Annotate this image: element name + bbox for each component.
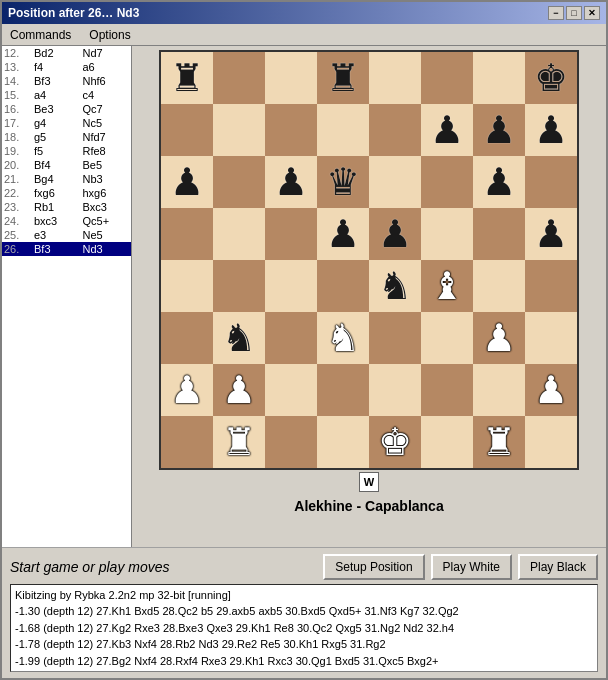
piece-wP: ♟ <box>222 371 256 409</box>
piece-bR: ♜ <box>326 59 360 97</box>
square-3-5[interactable] <box>421 208 473 260</box>
square-1-5[interactable]: ♟ <box>421 104 473 156</box>
play-white-button[interactable]: Play White <box>431 554 512 580</box>
square-3-4[interactable]: ♟ <box>369 208 421 260</box>
square-1-1[interactable] <box>213 104 265 156</box>
square-4-6[interactable] <box>473 260 525 312</box>
square-1-7[interactable]: ♟ <box>525 104 577 156</box>
square-0-7[interactable]: ♚ <box>525 52 577 104</box>
move-row[interactable]: 22.fxg6hxg6 <box>2 186 131 200</box>
square-5-6[interactable]: ♟ <box>473 312 525 364</box>
commands-menu[interactable]: Commands <box>6 27 75 43</box>
move-row[interactable]: 18.g5Nfd7 <box>2 130 131 144</box>
square-5-7[interactable] <box>525 312 577 364</box>
square-3-6[interactable] <box>473 208 525 260</box>
kibitz-line-4: -1.99 (depth 12) 27.Bg2 Nxf4 28.Rxf4 Rxe… <box>15 653 593 670</box>
square-7-3[interactable] <box>317 416 369 468</box>
move-row[interactable]: 23.Rb1Bxc3 <box>2 200 131 214</box>
main-window: Position after 26… Nd3 − □ ✕ Commands Op… <box>0 0 608 680</box>
piece-bP: ♟ <box>482 111 516 149</box>
square-6-3[interactable] <box>317 364 369 416</box>
square-4-4[interactable]: ♞ <box>369 260 421 312</box>
square-4-0[interactable] <box>161 260 213 312</box>
square-3-1[interactable] <box>213 208 265 260</box>
square-2-7[interactable] <box>525 156 577 208</box>
square-1-4[interactable] <box>369 104 421 156</box>
move-row[interactable]: 19.f5Rfe8 <box>2 144 131 158</box>
square-5-5[interactable] <box>421 312 473 364</box>
square-1-2[interactable] <box>265 104 317 156</box>
square-6-4[interactable] <box>369 364 421 416</box>
square-2-0[interactable]: ♟ <box>161 156 213 208</box>
square-7-5[interactable] <box>421 416 473 468</box>
minimize-button[interactable]: − <box>548 6 564 20</box>
square-5-0[interactable] <box>161 312 213 364</box>
square-6-2[interactable] <box>265 364 317 416</box>
options-menu[interactable]: Options <box>85 27 134 43</box>
square-3-7[interactable]: ♟ <box>525 208 577 260</box>
square-6-6[interactable] <box>473 364 525 416</box>
square-4-1[interactable] <box>213 260 265 312</box>
move-row[interactable]: 13.f4a6 <box>2 60 131 74</box>
square-7-4[interactable]: ♚ <box>369 416 421 468</box>
square-5-3[interactable]: ♞ <box>317 312 369 364</box>
move-row[interactable]: 21.Bg4Nb3 <box>2 172 131 186</box>
piece-bP: ♟ <box>326 215 360 253</box>
setup-position-button[interactable]: Setup Position <box>323 554 424 580</box>
square-6-1[interactable]: ♟ <box>213 364 265 416</box>
square-1-6[interactable]: ♟ <box>473 104 525 156</box>
square-5-4[interactable] <box>369 312 421 364</box>
square-3-3[interactable]: ♟ <box>317 208 369 260</box>
square-6-0[interactable]: ♟ <box>161 364 213 416</box>
square-2-6[interactable]: ♟ <box>473 156 525 208</box>
square-0-3[interactable]: ♜ <box>317 52 369 104</box>
square-7-0[interactable] <box>161 416 213 468</box>
square-5-1[interactable]: ♞ <box>213 312 265 364</box>
square-6-5[interactable] <box>421 364 473 416</box>
move-row[interactable]: 20.Bf4Be5 <box>2 158 131 172</box>
prompt-text: Start game or play moves <box>10 559 317 575</box>
square-4-2[interactable] <box>265 260 317 312</box>
square-7-6[interactable]: ♜ <box>473 416 525 468</box>
square-0-2[interactable] <box>265 52 317 104</box>
piece-wK: ♚ <box>378 423 412 461</box>
square-0-1[interactable] <box>213 52 265 104</box>
close-button[interactable]: ✕ <box>584 6 600 20</box>
maximize-button[interactable]: □ <box>566 6 582 20</box>
move-row[interactable]: 24.bxc3Qc5+ <box>2 214 131 228</box>
square-7-2[interactable] <box>265 416 317 468</box>
square-4-7[interactable] <box>525 260 577 312</box>
square-2-3[interactable]: ♛ <box>317 156 369 208</box>
square-3-0[interactable] <box>161 208 213 260</box>
move-row[interactable]: 12.Bd2Nd7 <box>2 46 131 60</box>
square-1-3[interactable] <box>317 104 369 156</box>
square-0-6[interactable] <box>473 52 525 104</box>
square-2-2[interactable]: ♟ <box>265 156 317 208</box>
move-row[interactable]: 15.a4c4 <box>2 88 131 102</box>
square-3-2[interactable] <box>265 208 317 260</box>
move-row[interactable]: 26.Bf3Nd3 <box>2 242 131 256</box>
window-title: Position after 26… Nd3 <box>8 6 139 20</box>
square-2-1[interactable] <box>213 156 265 208</box>
square-7-1[interactable]: ♜ <box>213 416 265 468</box>
square-2-5[interactable] <box>421 156 473 208</box>
square-0-0[interactable]: ♜ <box>161 52 213 104</box>
square-0-4[interactable] <box>369 52 421 104</box>
content-area: 12.Bd2Nd713.f4a614.Bf3Nhf615.a4c416.Be3Q… <box>2 46 606 547</box>
square-4-5[interactable]: ♝ <box>421 260 473 312</box>
play-black-button[interactable]: Play Black <box>518 554 598 580</box>
move-row[interactable]: 14.Bf3Nhf6 <box>2 74 131 88</box>
square-5-2[interactable] <box>265 312 317 364</box>
piece-wP: ♟ <box>482 319 516 357</box>
move-row[interactable]: 17.g4Nc5 <box>2 116 131 130</box>
piece-bR: ♜ <box>170 59 204 97</box>
move-row[interactable]: 16.Be3Qc7 <box>2 102 131 116</box>
square-0-5[interactable] <box>421 52 473 104</box>
game-info: Alekhine - Capablanca <box>136 494 602 520</box>
square-6-7[interactable]: ♟ <box>525 364 577 416</box>
move-row[interactable]: 25.e3Ne5 <box>2 228 131 242</box>
square-4-3[interactable] <box>317 260 369 312</box>
square-2-4[interactable] <box>369 156 421 208</box>
square-1-0[interactable] <box>161 104 213 156</box>
square-7-7[interactable] <box>525 416 577 468</box>
